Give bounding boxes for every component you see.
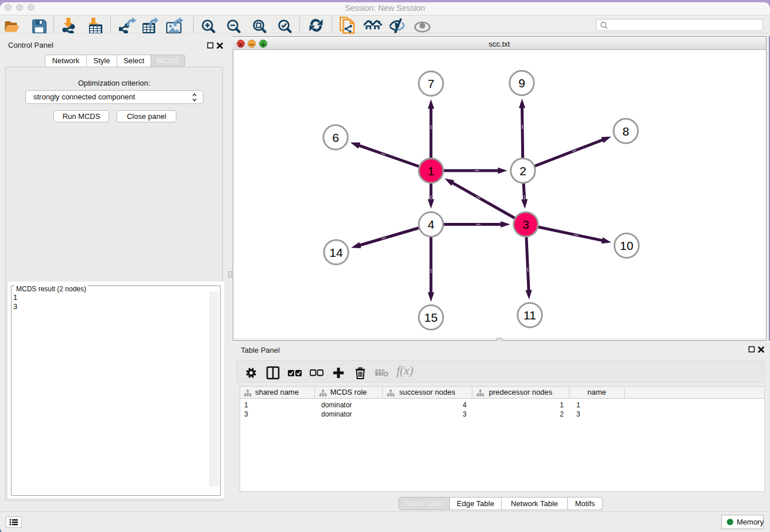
svg-text:2: 2 <box>519 164 526 178</box>
svg-text:11: 11 <box>523 309 536 322</box>
svg-text:6: 6 <box>332 131 339 144</box>
svg-text:15: 15 <box>424 311 437 324</box>
svg-text:7: 7 <box>428 77 434 90</box>
svg-text:14: 14 <box>329 246 343 259</box>
svg-text:4: 4 <box>428 218 434 231</box>
svg-text:10: 10 <box>620 239 633 252</box>
svg-text:1: 1 <box>428 164 434 178</box>
svg-text:8: 8 <box>622 125 629 138</box>
svg-text:9: 9 <box>518 76 525 90</box>
svg-text:3: 3 <box>522 218 529 231</box>
